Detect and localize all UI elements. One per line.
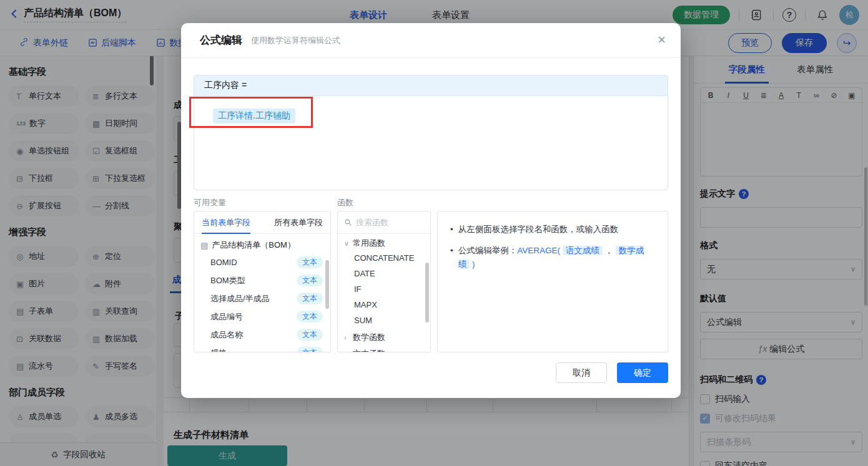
- app-window: 产品结构清单（BOM） 表单设计 表单设置 数据管理 ?: [0, 0, 868, 466]
- chevron-expanded-icon: ∨: [344, 240, 349, 248]
- function-search: [338, 211, 430, 234]
- variables-scrollbar[interactable]: [325, 260, 329, 309]
- function-item[interactable]: MAPX: [338, 297, 430, 313]
- formula-help-panel: • 从左侧面板选择字段名和函数，或输入函数 • 公式编辑举例：AVERAGE( …: [437, 211, 668, 352]
- cancel-button[interactable]: 取消: [556, 362, 607, 383]
- formula-expression-box: 工序内容 = 工序详情.工序辅助: [194, 75, 668, 190]
- help-line-2: • 公式编辑举例：AVERAGE( 语文成绩 ， 数学成绩 ): [450, 244, 655, 271]
- tab-all-form-fields[interactable]: 所有表单字段: [274, 211, 323, 234]
- type-badge: 文本: [297, 311, 323, 323]
- tab-current-form-fields[interactable]: 当前表单字段: [202, 211, 250, 234]
- chevron-collapsed-icon: ›: [344, 350, 349, 352]
- type-badge: 文本: [297, 274, 323, 286]
- function-item[interactable]: IF: [338, 281, 430, 297]
- function-group-text[interactable]: › 文本函数: [338, 344, 430, 352]
- formula-target: 工序内容 =: [194, 75, 668, 96]
- variable-row[interactable]: 成品名称文本: [194, 326, 330, 344]
- bullet-icon: •: [450, 223, 453, 236]
- variables-label: 可用变量: [194, 197, 226, 208]
- modal-header: 公式编辑 使用数学运算符编辑公式 ×: [181, 23, 681, 58]
- bullet-icon: •: [450, 244, 453, 258]
- function-group-math[interactable]: › 数学函数: [338, 328, 430, 344]
- example-field-chip: 语文成绩: [563, 246, 603, 255]
- chevron-collapsed-icon: ›: [344, 334, 349, 341]
- variable-row[interactable]: 规格文本: [194, 344, 330, 352]
- help-line-1: • 从左侧面板选择字段名和函数，或输入函数: [450, 223, 655, 236]
- variables-tree-root[interactable]: ▤ 产品结构清单（BOM）: [194, 234, 330, 253]
- type-badge: 文本: [297, 329, 323, 341]
- variable-row[interactable]: 成品编号文本: [194, 308, 330, 326]
- confirm-button[interactable]: 确定: [617, 362, 668, 383]
- type-badge: 文本: [297, 347, 323, 352]
- modal-footer: 取消 确定: [556, 362, 668, 383]
- type-badge: 文本: [297, 256, 323, 268]
- functions-label: 函数: [337, 197, 353, 208]
- annotation-red-box: [189, 97, 313, 128]
- function-item[interactable]: SUM: [338, 313, 430, 328]
- function-item[interactable]: CONCATENATE: [338, 250, 430, 266]
- variable-row[interactable]: 选择成品/半成品文本: [194, 289, 330, 308]
- search-icon: [344, 218, 352, 226]
- close-icon[interactable]: ×: [658, 32, 666, 48]
- functions-scrollbar[interactable]: [425, 263, 429, 323]
- functions-panel: ∨ 常用函数 CONCATENATE DATE IF MAPX SUM › 数学…: [337, 211, 431, 352]
- file-icon: ▤: [200, 241, 208, 250]
- variable-row[interactable]: BOMID文本: [194, 253, 330, 271]
- variables-panel: 当前表单字段 所有表单字段 ▤ 产品结构清单（BOM） BOMID文本 BOM类…: [194, 211, 331, 352]
- function-search-input[interactable]: [356, 218, 418, 227]
- variables-tabs: 当前表单字段 所有表单字段: [194, 211, 330, 234]
- modal-title: 公式编辑: [200, 33, 242, 47]
- type-badge: 文本: [297, 293, 323, 304]
- function-group-common[interactable]: ∨ 常用函数: [338, 234, 430, 250]
- variable-row[interactable]: BOM类型文本: [194, 271, 330, 289]
- help-example: 公式编辑举例：AVERAGE( 语文成绩 ， 数学成绩 ): [458, 244, 655, 271]
- modal-subtitle: 使用数学运算符编辑公式: [251, 35, 340, 46]
- function-item[interactable]: DATE: [338, 266, 430, 281]
- formula-editor-modal: 公式编辑 使用数学运算符编辑公式 × 工序内容 = 工序详情.工序辅助 可用变量…: [181, 23, 681, 398]
